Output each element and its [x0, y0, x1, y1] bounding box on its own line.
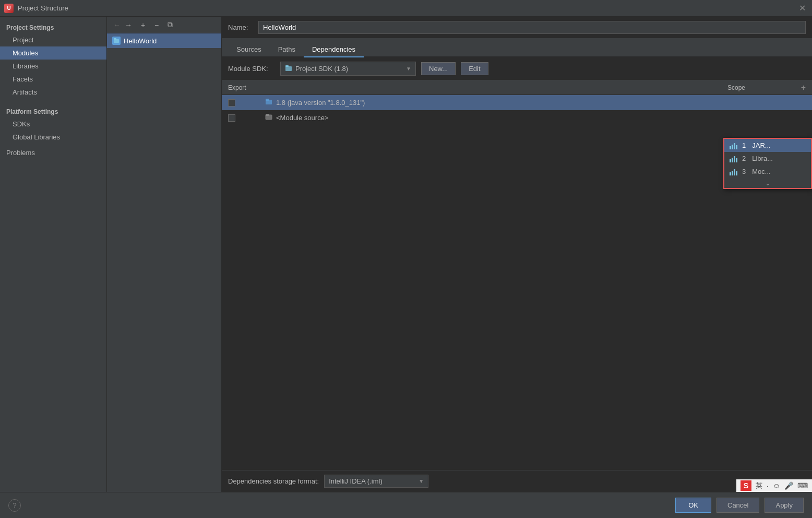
export-column-header: Export — [228, 84, 265, 91]
svg-rect-5 — [266, 99, 269, 101]
dep-export-module-source — [228, 114, 265, 122]
name-row: Name: — [222, 17, 812, 39]
project-settings-label: Project Settings — [0, 21, 106, 33]
dep-icon-sdk — [265, 98, 273, 108]
dep-name-text-module-source: <Module source> — [276, 114, 328, 122]
tabs-row: Sources Paths Dependencies — [222, 39, 812, 57]
svg-rect-7 — [266, 114, 269, 116]
dependencies-content: Module SDK: Project SDK (1.8) ▼ New... E… — [222, 57, 812, 492]
dep-checkbox-module-source[interactable] — [228, 114, 235, 122]
sidebar-item-libraries[interactable]: Libraries — [0, 60, 106, 73]
nav-forward-arrow[interactable]: → — [124, 21, 133, 29]
tab-paths[interactable]: Paths — [270, 42, 304, 57]
nav-back-arrow[interactable]: ← — [112, 21, 122, 29]
dep-name-module-source: <Module source> — [265, 113, 743, 123]
nav-arrows: ← → — [110, 21, 135, 29]
dep-icon-module-source — [265, 113, 273, 123]
sidebar-item-modules[interactable]: Modules — [0, 46, 106, 60]
ime-dot: · — [767, 482, 769, 490]
scope-item-label-3-text: Moc... — [752, 168, 770, 175]
scope-popup-item-3[interactable]: 3 Moc... — [724, 165, 811, 178]
content-area: Name: Sources Paths Dependencies Module … — [222, 17, 812, 492]
remove-module-button[interactable]: − — [151, 19, 162, 31]
ime-keyboard[interactable]: ⌨ — [797, 481, 808, 490]
title-bar-left: U Project Structure — [4, 4, 68, 13]
sidebar-item-artifacts[interactable]: Artifacts — [0, 86, 106, 99]
sidebar-item-problems[interactable]: Problems — [0, 144, 106, 159]
add-dependency-button[interactable]: + — [790, 83, 806, 92]
svg-rect-3 — [285, 65, 289, 67]
svg-rect-1 — [114, 38, 116, 40]
module-panel: ← → + − ⧉ HelloWorld — [107, 17, 222, 492]
scope-bars-icon-1 — [730, 142, 738, 149]
close-button[interactable]: ✕ — [797, 3, 808, 13]
ok-button[interactable]: OK — [675, 498, 711, 513]
bottom-right-buttons: OK Cancel Apply — [675, 498, 804, 513]
module-icon — [112, 37, 121, 45]
copy-module-button[interactable]: ⧉ — [164, 19, 176, 31]
ime-emoji[interactable]: ☺ — [773, 481, 780, 490]
scope-item-label-3: 3 — [742, 168, 746, 175]
storage-format-value: IntelliJ IDEA (.iml) — [329, 477, 383, 485]
tab-sources[interactable]: Sources — [228, 42, 270, 57]
scope-bars-icon-3 — [730, 168, 738, 175]
tab-dependencies[interactable]: Dependencies — [304, 42, 364, 57]
dep-export-sdk — [228, 99, 265, 107]
scroll-down-arrow[interactable]: ⌄ — [724, 178, 811, 188]
edit-button[interactable]: Edit — [461, 62, 488, 75]
bottom-bar: ? OK Cancel Apply — [0, 492, 812, 518]
ime-mic[interactable]: 🎤 — [784, 481, 793, 490]
title-bar: U Project Structure ✕ — [0, 0, 812, 17]
main-container: Project Settings Project Modules Librari… — [0, 17, 812, 492]
sidebar-item-sdks[interactable]: SDKs — [0, 117, 106, 131]
storage-format-label: Dependencies storage format: — [228, 477, 319, 485]
storage-dropdown-arrow: ▼ — [419, 478, 424, 484]
scope-item-label-2-text: Libra... — [752, 155, 773, 162]
scope-popup-item-2[interactable]: 2 Libra... — [724, 152, 811, 165]
add-module-button[interactable]: + — [137, 19, 149, 31]
ime-logo: S — [741, 480, 751, 491]
module-list-item-helloworld[interactable]: HelloWorld — [107, 33, 221, 48]
svg-rect-0 — [114, 39, 119, 43]
module-sdk-label: Module SDK: — [228, 65, 275, 73]
storage-row: Dependencies storage format: IntelliJ ID… — [222, 470, 812, 492]
ime-text: 英 — [756, 481, 762, 490]
name-label: Name: — [228, 23, 254, 31]
sdk-folder-icon — [285, 64, 292, 73]
sdk-value: Project SDK (1.8) — [295, 65, 348, 73]
sdk-dropdown-arrow: ▼ — [406, 66, 411, 72]
scope-bars-icon-2 — [730, 155, 738, 162]
dependency-row-module-source[interactable]: <Module source> — [222, 110, 812, 125]
dependency-row-sdk[interactable]: 1.8 (java version "1.8.0_131") — [222, 95, 812, 110]
module-name: HelloWorld — [124, 37, 157, 45]
sdk-dropdown[interactable]: Project SDK (1.8) ▼ — [280, 62, 416, 76]
deps-table-header: Export Scope + — [222, 80, 812, 95]
sidebar-item-facets[interactable]: Facets — [0, 73, 106, 86]
sidebar: Project Settings Project Modules Librari… — [0, 17, 107, 492]
scope-item-label-2: 2 — [742, 155, 746, 162]
sdk-row: Module SDK: Project SDK (1.8) ▼ New... E… — [222, 57, 812, 80]
scope-item-label-1-text: JAR... — [752, 142, 770, 149]
platform-settings-label: Platform Settings — [0, 102, 106, 117]
ime-toolbar: S 英 · ☺ 🎤 ⌨ — [736, 479, 812, 492]
sidebar-item-global-libraries[interactable]: Global Libraries — [0, 131, 106, 144]
dep-name-sdk: 1.8 (java version "1.8.0_131") — [265, 98, 743, 108]
cancel-button[interactable]: Cancel — [717, 498, 759, 513]
apply-button[interactable]: Apply — [765, 498, 804, 513]
svg-rect-2 — [285, 66, 292, 71]
storage-format-dropdown[interactable]: IntelliJ IDEA (.iml) ▼ — [324, 475, 428, 488]
sidebar-item-project[interactable]: Project — [0, 33, 106, 46]
app-icon: U — [4, 4, 14, 13]
new-button[interactable]: New... — [421, 62, 456, 75]
title-text: Project Structure — [18, 4, 68, 12]
dep-name-text-sdk: 1.8 (java version "1.8.0_131") — [276, 99, 365, 107]
module-toolbar: ← → + − ⧉ — [107, 17, 221, 33]
scope-popup: 1 JAR... 2 Libra... 3 Moc... ⌄ — [723, 138, 812, 189]
scope-popup-item-1[interactable]: 1 JAR... — [724, 139, 811, 152]
help-button[interactable]: ? — [8, 499, 21, 512]
scope-column-header: Scope — [727, 84, 790, 91]
scope-item-label-1: 1 — [742, 142, 746, 149]
name-input[interactable] — [258, 21, 806, 34]
dep-checkbox-sdk[interactable] — [228, 99, 235, 107]
